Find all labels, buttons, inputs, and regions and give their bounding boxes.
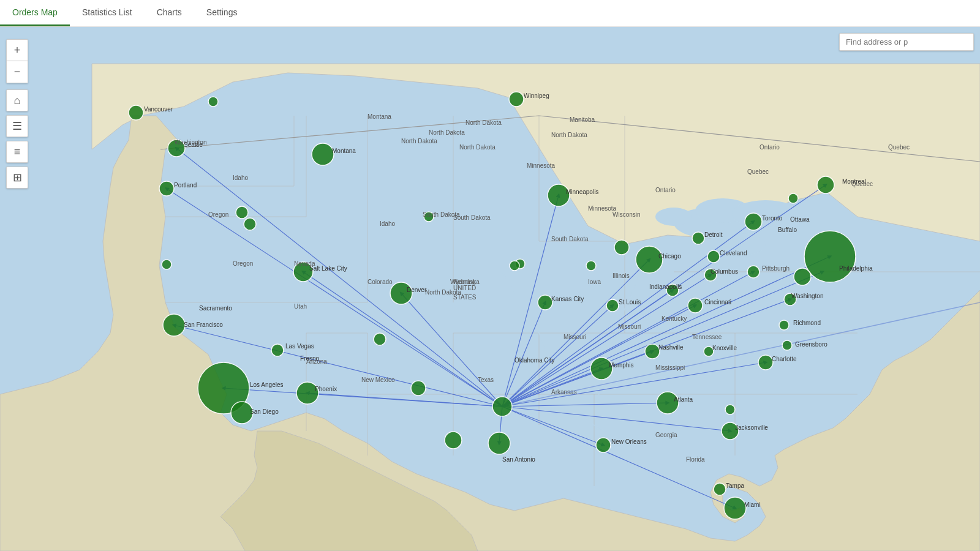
svg-point-104 [645,344,660,359]
svg-text:Ontario: Ontario [655,187,676,193]
svg-point-114 [724,497,746,519]
svg-point-67 [271,344,284,356]
svg-text:Montana: Montana [332,148,356,154]
svg-text:Quebec: Quebec [851,181,873,187]
svg-point-75 [390,282,412,304]
svg-text:Quebec: Quebec [747,168,769,175]
svg-point-108 [782,340,792,350]
grid-button[interactable]: ⊞ [6,167,28,189]
svg-text:Texas: Texas [478,377,494,383]
svg-point-107 [758,355,773,370]
svg-text:North Dakota: North Dakota [551,132,587,138]
svg-point-76 [374,333,386,345]
tab-orders-map[interactable]: Orders Map [0,0,70,26]
svg-text:St Louis: St Louis [619,299,641,305]
zoom-out-button[interactable]: − [6,61,28,83]
zoom-controls: + − [6,39,28,83]
svg-text:Knoxville: Knoxville [712,345,737,351]
svg-text:Philadelphia: Philadelphia [839,265,873,272]
svg-text:Minneapolis: Minneapolis [566,189,598,195]
svg-text:Kansas City: Kansas City [551,296,584,302]
tab-bar: Orders Map Statistics List Charts Settin… [0,0,980,27]
map-search-input[interactable] [839,33,974,51]
svg-point-87 [586,261,596,271]
svg-text:Tampa: Tampa [726,482,744,489]
svg-point-80 [488,432,510,454]
svg-text:Idaho: Idaho [233,174,248,181]
svg-point-61 [129,105,143,120]
svg-text:Mississippi: Mississippi [655,364,685,371]
svg-point-88 [614,240,629,255]
svg-text:Toronto: Toronto [762,215,783,222]
svg-text:Quebec: Quebec [888,144,910,151]
svg-text:Minnesota: Minnesota [588,205,617,212]
svg-text:Denver: Denver [407,287,427,293]
svg-text:San Diego: San Diego [250,408,279,415]
svg-text:Arizona: Arizona [306,358,327,365]
svg-text:Manitoba: Manitoba [570,116,595,123]
svg-text:Minnesota: Minnesota [527,162,556,169]
layers-button[interactable]: ≡ [6,141,28,163]
svg-text:Nevada: Nevada [294,260,315,267]
svg-text:Miami: Miami [744,501,761,508]
svg-text:North Dakota: North Dakota [401,138,437,144]
svg-text:Utah: Utah [294,303,307,310]
svg-text:Richmond: Richmond [793,320,821,326]
svg-text:Cleveland: Cleveland [720,250,747,257]
svg-text:Sacramento: Sacramento [199,305,232,312]
list-button[interactable]: ☰ [6,115,28,137]
svg-point-109 [657,392,679,414]
svg-text:San Antonio: San Antonio [502,456,535,463]
zoom-in-button[interactable]: + [6,39,28,61]
svg-text:Jacksonville: Jacksonville [735,424,768,431]
svg-point-99 [817,176,834,193]
svg-text:Georgia: Georgia [655,432,677,438]
svg-point-91 [606,299,619,312]
svg-text:Kentucky: Kentucky [662,315,687,322]
tab-charts[interactable]: Charts [145,0,194,26]
svg-text:Indianapolis: Indianapolis [649,283,682,290]
svg-point-95 [692,232,704,244]
svg-text:Greensboro: Greensboro [795,341,827,348]
svg-text:Oregon: Oregon [208,211,228,218]
svg-point-64 [163,314,185,336]
svg-text:Wisconsin: Wisconsin [612,211,641,218]
svg-point-77 [411,381,426,395]
svg-point-103 [779,320,789,330]
svg-text:Iowa: Iowa [588,279,601,285]
svg-text:San Francisco: San Francisco [184,321,223,328]
svg-point-63 [159,181,174,196]
svg-text:Idaho: Idaho [380,220,395,227]
svg-text:New Mexico: New Mexico [361,377,395,383]
svg-text:North Dakota: North Dakota [429,129,465,136]
svg-text:Montana: Montana [368,113,391,120]
svg-text:Tennessee: Tennessee [692,334,722,340]
svg-point-73 [244,218,256,230]
svg-text:Missouri: Missouri [618,323,641,330]
home-button[interactable]: ⌂ [6,89,28,111]
tab-settings[interactable]: Settings [194,0,250,26]
svg-text:Winnipeg: Winnipeg [524,92,549,99]
svg-point-105 [590,358,612,380]
svg-text:South Dakota: South Dakota [423,211,460,218]
svg-text:New Orleans: New Orleans [611,438,647,445]
svg-text:Arkansas: Arkansas [551,389,577,395]
svg-text:South Dakota: South Dakota [551,236,589,242]
svg-point-89 [636,246,663,273]
svg-point-98 [788,193,798,203]
svg-text:Columbus: Columbus [710,268,738,275]
svg-text:Phoenix: Phoenix [315,386,337,392]
tab-statistics-list[interactable]: Statistics List [70,0,145,26]
svg-text:Memphis: Memphis [609,362,634,369]
svg-text:Los Angeles: Los Angeles [250,381,284,388]
svg-text:Buffalo: Buffalo [778,227,797,233]
svg-text:Vancouver: Vancouver [144,106,173,113]
svg-point-72 [236,206,248,219]
map-container: Vancouver Seattle Washington Portland Sa… [0,27,980,551]
svg-point-70 [312,143,334,165]
svg-point-100 [804,231,856,282]
svg-text:North Dakota: North Dakota [466,119,502,126]
svg-text:Las Vegas: Las Vegas [285,343,314,350]
map-controls: + − ⌂ ☰ ≡ ⊞ [6,39,28,191]
svg-text:Atlanta: Atlanta [674,396,693,403]
